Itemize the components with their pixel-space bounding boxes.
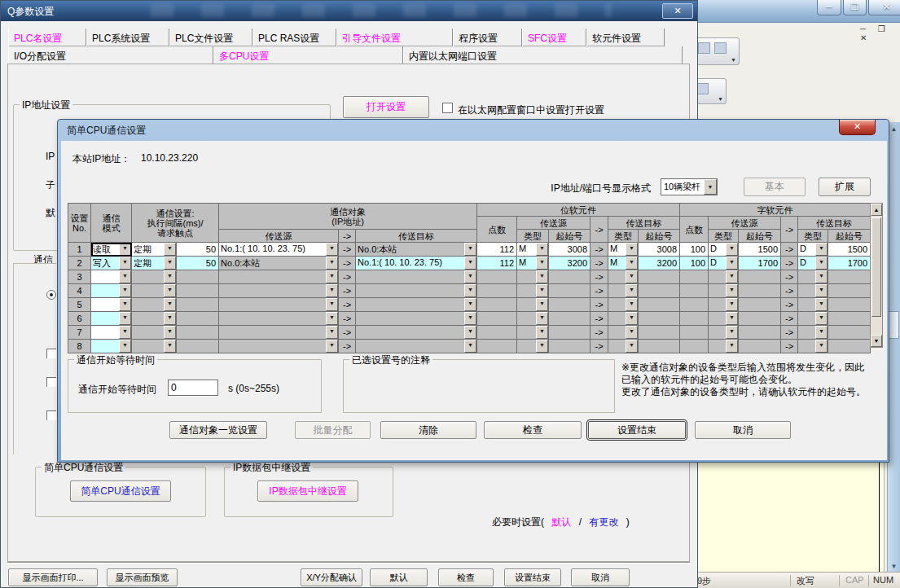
default-link[interactable]: 默认 [551,516,571,528]
row-6-bit-dst-head[interactable] [639,312,680,326]
row-8-target-dropdown-icon[interactable]: ▼ [464,340,476,353]
row-1-interval[interactable]: 50 [177,243,219,257]
row-1-bit-dst-type-dropdown-icon[interactable]: ▼ [626,243,638,256]
row-8-bit-src-type[interactable]: ▼ [517,340,549,353]
row-5-word-dst-type[interactable]: ▼ [798,298,828,312]
row-3-word-points[interactable] [680,270,709,284]
row-4-bit-points[interactable] [477,284,517,298]
row-3-bit-src-head[interactable] [549,270,590,284]
row-7-timing[interactable]: ▼ [132,326,177,340]
row-5-bit-src-type-dropdown-icon[interactable]: ▼ [536,298,548,311]
toolbar-overflow-icon[interactable]: ▼ [718,96,723,102]
row-4-word-dst-head[interactable] [828,284,871,298]
row-6-word-src-head[interactable] [739,312,781,326]
row-8-bit-src-head[interactable] [549,340,590,353]
row-7-word-dst-type[interactable]: ▼ [798,326,828,340]
row-1-bit-points[interactable]: 112 [477,243,517,257]
row-4-source[interactable]: ▼ [219,284,339,298]
row-4-bit-dst-head[interactable] [639,284,680,298]
row-6-mode[interactable]: ▼ [91,312,132,326]
row-7-target[interactable]: ▼ [356,326,477,340]
row-3-bit-dst-type[interactable]: ▼ [608,270,639,284]
row-4-word-points[interactable] [680,284,709,298]
row-6-word-dst-type-dropdown-icon[interactable]: ▼ [815,312,828,325]
row-3-timing[interactable]: ▼ [132,270,177,284]
row-4-source-dropdown-icon[interactable]: ▼ [326,284,338,297]
row-7-bit-dst-head[interactable] [639,326,680,340]
row-1-word-dst-type[interactable]: D▼ [798,243,828,257]
row-5-bit-src-head[interactable] [549,298,590,312]
row-7-mode[interactable]: ▼ [91,326,132,340]
row-8-word-dst-type-dropdown-icon[interactable]: ▼ [815,340,828,353]
row-2-word-points[interactable]: 100 [680,257,709,270]
row-1-bit-src-type[interactable]: M▼ [517,243,549,257]
row-1-source[interactable]: No.1:( 10. 10. 23. 75)▼ [219,243,339,257]
row-1-target[interactable]: No.0:本站▼ [356,243,477,257]
row-2-source[interactable]: No.0:本站▼ [219,257,339,270]
row-6-bit-dst-type[interactable]: ▼ [608,312,639,326]
row-2-source-dropdown-icon[interactable]: ▼ [326,257,338,270]
row-2-word-src-head[interactable]: 1700 [739,257,781,270]
row-8-word-src-type[interactable]: ▼ [709,340,739,353]
main-bottom-button-3[interactable]: X/Y分配确认 [301,568,362,586]
row-7-bit-src-head[interactable] [549,326,590,340]
row-7-word-src-type-dropdown-icon[interactable]: ▼ [726,326,738,339]
tab-row1-6[interactable]: 程序设置 [453,29,522,46]
table-scroll-up-icon[interactable]: ▲ [871,204,882,216]
row-5-source-dropdown-icon[interactable]: ▼ [326,298,338,311]
row-7-source[interactable]: ▼ [219,326,339,340]
row-2-mode-dropdown-icon[interactable]: ▼ [119,257,131,270]
row-4-mode[interactable]: ▼ [91,284,132,298]
row-7-word-src-head[interactable] [739,326,781,340]
row-3-bit-dst-head[interactable] [639,270,680,284]
row-7-bit-dst-type[interactable]: ▼ [608,326,639,340]
row-6-bit-points[interactable] [477,312,517,326]
row-7-target-dropdown-icon[interactable]: ▼ [464,326,476,339]
main-close-icon[interactable]: ✕ [662,3,693,19]
table-scrollbar-thumb[interactable] [871,217,881,317]
row-7-interval[interactable] [177,326,219,340]
tab-row1-3[interactable]: PLC文件设置 [169,29,252,46]
row-8-word-dst-type[interactable]: ▼ [798,340,828,353]
row-5-bit-dst-type-dropdown-icon[interactable]: ▼ [626,298,638,311]
row-2-target[interactable]: No.1:( 10. 10. 23. 75)▼ [356,257,477,270]
wait-time-input[interactable] [168,380,218,396]
row-8-interval[interactable] [177,340,219,353]
row-3-word-dst-head[interactable] [828,270,871,284]
row-5-word-dst-head[interactable] [828,298,871,312]
row-3-bit-points[interactable] [477,270,517,284]
row-1-timing[interactable]: 定期▼ [132,243,177,257]
basic-button[interactable]: 基本 [744,178,806,196]
row-6-word-src-type-dropdown-icon[interactable]: ▼ [726,312,738,325]
row-4-word-src-type-dropdown-icon[interactable]: ▼ [726,284,738,297]
row-3-bit-dst-type-dropdown-icon[interactable]: ▼ [626,270,638,283]
row-5-mode[interactable]: ▼ [91,298,132,312]
checkbox-fragment[interactable] [46,410,56,420]
row-3-source-dropdown-icon[interactable]: ▼ [326,270,338,283]
row-6-bit-src-type-dropdown-icon[interactable]: ▼ [536,312,548,325]
row-7-bit-src-type[interactable]: ▼ [517,326,549,340]
row-1-bit-dst-type[interactable]: M▼ [608,243,639,257]
row-3-mode[interactable]: ▼ [91,270,132,284]
format-combobox[interactable]: 10辆梁杆 ▼ [661,178,718,195]
row-8-mode-dropdown-icon[interactable]: ▼ [119,340,131,353]
scroll-up-icon[interactable]: ▲ [888,125,900,133]
row-2-bit-points[interactable]: 112 [477,257,517,270]
row-7-mode-dropdown-icon[interactable]: ▼ [119,326,131,339]
dialog-button-1[interactable]: 通信对象一览设置 [169,421,267,439]
row-2-bit-src-head[interactable]: 3200 [549,257,590,270]
row-2-word-dst-head[interactable]: 1700 [828,257,871,270]
row-5-interval[interactable] [177,298,219,312]
row-4-bit-src-type[interactable]: ▼ [517,284,549,298]
row-6-timing-dropdown-icon[interactable]: ▼ [164,312,176,325]
row-3-mode-dropdown-icon[interactable]: ▼ [119,270,131,283]
tab-row1-2[interactable]: PLC系统设置 [86,29,169,46]
row-3-bit-src-type[interactable]: ▼ [517,270,549,284]
row-4-word-dst-type-dropdown-icon[interactable]: ▼ [815,284,828,297]
row-7-word-src-type[interactable]: ▼ [709,326,739,340]
row-4-target[interactable]: ▼ [356,284,477,298]
main-bottom-button-1[interactable]: 显示画面打印... [8,568,98,586]
row-2-bit-src-type-dropdown-icon[interactable]: ▼ [536,257,548,270]
row-6-target-dropdown-icon[interactable]: ▼ [464,312,476,325]
row-7-bit-points[interactable] [477,326,517,340]
